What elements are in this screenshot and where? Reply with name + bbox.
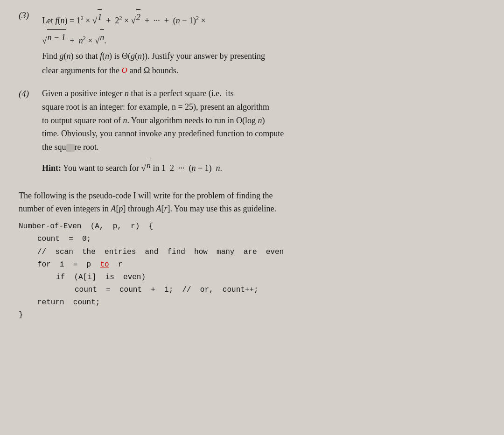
find-g-line-2: clear arguments for the O and Ω bounds. [42, 64, 485, 77]
code-line-for: for i = p to r [37, 259, 485, 271]
code-line-comment: // scan the entries and find how many ar… [37, 246, 485, 259]
problem-3-header: (3) Let f(n) = 12 × √1 + 22 × √2 + ··· +… [19, 9, 485, 78]
p4-text-line2: square root is an integer: for example, … [42, 102, 269, 112]
p4-text-line1: Given a positive integer n that is a per… [42, 89, 234, 98]
find-g-line-1: Find g(n) so that f(n) is Θ(g(n)). Justi… [42, 49, 485, 63]
formula-line-1: Let f(n) = 12 × √1 + 22 × √2 + ··· + (n … [42, 9, 485, 28]
problem-4-content: Given a positive integer n that is a per… [42, 87, 485, 154]
code-line-count-init: count = 0; [37, 233, 485, 246]
code-line-if: if (A[i] is even) [56, 271, 485, 284]
problem-4-header: (4) Given a positive integer n that is a… [19, 87, 485, 154]
problem-3-content: Let f(n) = 12 × √1 + 22 × √2 + ··· + (n … [42, 9, 485, 78]
problem-3-number: (3) [19, 10, 42, 21]
pseudocode-intro: The following is the pseudo-code I will … [19, 189, 485, 216]
problem-3-section: (3) Let f(n) = 12 × √1 + 22 × √2 + ··· +… [19, 9, 485, 78]
problem-4-section: (4) Given a positive integer n that is a… [19, 87, 485, 175]
p4-text-line5: the squre root. [42, 142, 98, 152]
code-line-count-increment: count = count + 1; // or, count++; [75, 284, 485, 296]
hint-label: Hint: [42, 163, 61, 173]
main-page: (3) Let f(n) = 12 × √1 + 22 × √2 + ··· +… [0, 0, 504, 435]
formula-line-2: √n − 1 + n2 × √n . [42, 29, 485, 48]
intro-line-1: The following is the pseudo-code I will … [19, 191, 273, 200]
code-function-sig: Number-of-Even (A, p, r) { [19, 220, 485, 233]
p4-text-line3: to output square root of n. Your algorit… [42, 116, 265, 125]
hint-line: Hint: You want to search for √n in 1 2 ·… [42, 158, 485, 175]
problem-4-number: (4) [19, 88, 42, 99]
pseudocode-block: Number-of-Even (A, p, r) { count = 0; //… [19, 220, 485, 322]
code-line-return: return count; [37, 296, 485, 309]
p4-text-line4: time. Obviously, you cannot invoke any p… [42, 129, 284, 138]
code-closing-brace: } [19, 309, 485, 322]
intro-line-2: number of even integers in A[p] through … [19, 204, 276, 213]
